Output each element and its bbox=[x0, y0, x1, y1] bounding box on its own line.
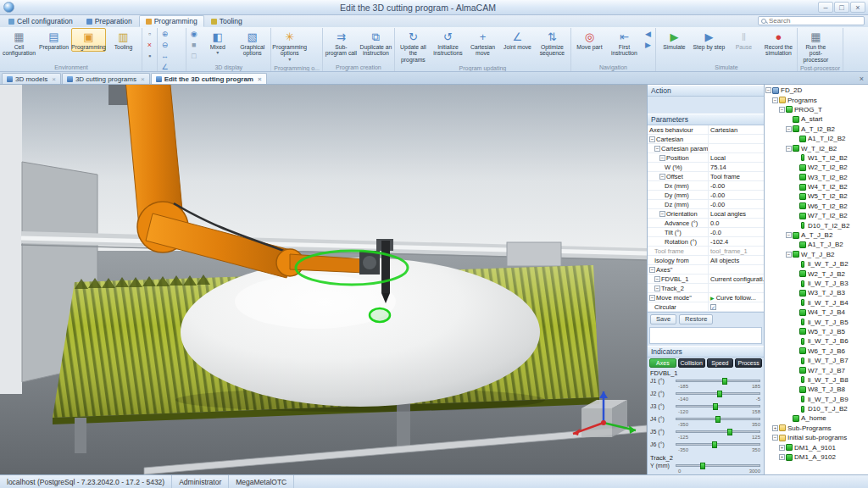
expander-icon[interactable]: − bbox=[786, 126, 792, 132]
indicator-speed-button[interactable]: Speed bbox=[707, 358, 734, 368]
parameter-value-cell[interactable]: -102.4 bbox=[709, 238, 764, 246]
slider-handle[interactable] bbox=[717, 391, 722, 397]
tree-item-w2-t-i2-b2[interactable]: W2_T_I2_B2 bbox=[765, 163, 868, 172]
joint-move-button[interactable]: ∠Joint move bbox=[500, 28, 535, 52]
tree-item-li-w-t-j-b7[interactable]: li_W_T_J_B7 bbox=[765, 356, 868, 365]
tree-item-w3-t-j-b3[interactable]: W3_T_J_B3 bbox=[765, 288, 868, 297]
indicator-process-button[interactable]: Process bbox=[735, 358, 762, 368]
delete-button[interactable]: × bbox=[144, 40, 155, 50]
zoom-in-button[interactable]: ⊕ bbox=[159, 29, 170, 39]
expander-icon[interactable]: − bbox=[786, 146, 792, 152]
expander-icon[interactable]: − bbox=[779, 107, 785, 113]
expander-icon[interactable]: − bbox=[786, 252, 792, 258]
eye-button[interactable]: ◉ bbox=[188, 29, 199, 39]
axis-slider[interactable] bbox=[676, 464, 760, 467]
collapse-icon[interactable]: − bbox=[649, 295, 655, 301]
parameter-value-cell[interactable]: Tool frame bbox=[709, 173, 764, 180]
slider-handle[interactable] bbox=[722, 378, 727, 385]
ribbon-tab-programming[interactable]: Programming bbox=[139, 15, 204, 27]
slider-handle[interactable] bbox=[727, 429, 732, 435]
step-by-step-button[interactable]: ▶Step by step bbox=[692, 28, 726, 52]
parameter-value-cell[interactable]: All objects bbox=[709, 257, 764, 264]
axis-slider[interactable] bbox=[676, 392, 760, 395]
programming-button[interactable]: ▣Programming bbox=[71, 28, 106, 52]
axis-slider[interactable] bbox=[676, 380, 760, 382]
tree-item-fd-2d[interactable]: −FD_2D bbox=[765, 86, 868, 95]
axis-slider[interactable] bbox=[676, 405, 760, 408]
tree-item-w6-t-i2-b2[interactable]: W6_T_I2_B2 bbox=[765, 202, 868, 211]
indicator-collision-button[interactable]: Collision bbox=[678, 358, 705, 368]
measure-distance-button[interactable]: ↔ bbox=[159, 51, 170, 61]
wireframe-view-button[interactable]: □ bbox=[188, 51, 199, 61]
collapse-icon[interactable]: − bbox=[659, 174, 665, 180]
move-part-button[interactable]: ◎Move part bbox=[572, 28, 607, 52]
tree-item-li-w-t-j-b2[interactable]: li_W_T_J_B2 bbox=[765, 259, 868, 269]
tree-item-li-w-t-j-b5[interactable]: li_W_T_J_B5 bbox=[765, 317, 868, 326]
expander-icon[interactable]: + bbox=[779, 445, 785, 451]
tree-item-a1-t-j-b2[interactable]: A1_T_J_B2 bbox=[765, 240, 868, 249]
parameter-value-cell[interactable]: 75.14 bbox=[709, 164, 764, 171]
tree-item-d10-t-i2-b2[interactable]: D10_T_I2_B2 bbox=[765, 220, 868, 230]
parameter-value-cell[interactable]: Cartesian bbox=[709, 126, 764, 134]
expander-icon[interactable]: + bbox=[772, 425, 778, 431]
slider-handle[interactable] bbox=[713, 403, 718, 410]
restore-button[interactable]: Restore bbox=[679, 314, 713, 324]
tree-item-dm1-a-9101[interactable]: +DM1_A_9101 bbox=[765, 442, 868, 452]
collapse-icon[interactable]: − bbox=[659, 211, 665, 217]
tree-item-a-t-j-b2[interactable]: −A_T_J_B2 bbox=[765, 230, 868, 240]
slider-handle[interactable] bbox=[715, 416, 721, 423]
tree-item-prog-t[interactable]: −PROG_T bbox=[765, 105, 868, 114]
tree-item-d10-t-j-b2[interactable]: D10_T_J_B2 bbox=[765, 404, 868, 413]
tree-item-li-w-t-j-b9[interactable]: li_W_T_J_B9 bbox=[765, 395, 868, 404]
document-tab-edit-the-3d-cutting-program[interactable]: Edit the 3D cutting program× bbox=[151, 73, 267, 84]
tree-item-initial-sub-programs[interactable]: −Initial sub-programs bbox=[765, 433, 868, 442]
tree-item-programs[interactable]: −Programs bbox=[765, 95, 868, 104]
paste-button[interactable]: ▪ bbox=[144, 51, 155, 61]
search-input[interactable] bbox=[769, 17, 861, 25]
tree-item-w5-t-j-b5[interactable]: W5_T_J_B5 bbox=[765, 327, 868, 336]
axis-slider[interactable] bbox=[676, 430, 760, 433]
parameter-value-cell[interactable]: ✓ bbox=[709, 304, 764, 310]
tree-item-w3-t-i2-b2[interactable]: W3_T_I2_B2 bbox=[765, 173, 868, 182]
tree-item-li-w-t-j-b4[interactable]: li_W_T_J_B4 bbox=[765, 298, 868, 308]
tree-item-w-t-j-b2[interactable]: −W_T_J_B2 bbox=[765, 250, 868, 259]
solid-view-button[interactable]: ■ bbox=[188, 40, 199, 50]
tree-item-dm1-a-9102[interactable]: +DM1_A_9102 bbox=[765, 452, 868, 462]
search-box[interactable] bbox=[758, 16, 865, 25]
tree-item-a-home[interactable]: A_home bbox=[765, 413, 868, 423]
maximize-button[interactable]: □ bbox=[834, 2, 849, 13]
expander-icon[interactable]: − bbox=[772, 97, 778, 103]
copy-button[interactable]: ▫ bbox=[144, 29, 155, 39]
preparation-button[interactable]: ▤Preparation bbox=[36, 28, 71, 52]
ribbon-tab-cell-configuration[interactable]: Cell configuration bbox=[2, 15, 80, 27]
parameter-value-cell[interactable]: Local angles bbox=[709, 210, 764, 218]
document-tab-3d-cutting-programs[interactable]: 3D cutting programs× bbox=[62, 73, 150, 84]
cartesian-move-button[interactable]: +Cartesian move bbox=[465, 28, 500, 58]
tree-item-sub-programs[interactable]: +Sub-Programs bbox=[765, 424, 868, 433]
parameter-value-cell[interactable]: -0.00 bbox=[709, 201, 764, 208]
tree-item-a1-t-i2-b2[interactable]: A1_T_I2_B2 bbox=[765, 134, 868, 143]
tree-item-w8-t-j-b8[interactable]: W8_T_J_B8 bbox=[765, 385, 868, 394]
parameter-value-cell[interactable]: -0.00 bbox=[709, 191, 764, 199]
almacam-logo-icon[interactable] bbox=[3, 2, 14, 13]
duplicate-an-instruction-button[interactable]: ⧉Duplicate an instruction bbox=[359, 28, 393, 58]
prev-instruction-button[interactable]: ◀ bbox=[643, 29, 654, 39]
expander-icon[interactable]: − bbox=[772, 435, 778, 441]
collapse-icon[interactable]: − bbox=[654, 146, 660, 152]
pause-button[interactable]: ‖Pause bbox=[726, 28, 761, 52]
tree-item-a-t-i2-b2[interactable]: −A_T_I2_B2 bbox=[765, 125, 868, 134]
initialize-instructions-button[interactable]: ↺Initialize instructions bbox=[431, 28, 465, 58]
mixed-button[interactable]: ◧Mixed▾ bbox=[200, 28, 235, 58]
parameter-value-cell[interactable]: Local bbox=[709, 154, 764, 162]
collapse-icon[interactable]: − bbox=[649, 267, 655, 273]
run-the-post-processor-button[interactable]: ▦Run the post-processor bbox=[798, 28, 833, 64]
sub-program-call-button[interactable]: ⇉Sub-program call bbox=[324, 28, 359, 58]
expander-icon[interactable]: − bbox=[786, 232, 792, 238]
tree-item-w1-t-i2-b2[interactable]: W1_T_I2_B2 bbox=[765, 153, 868, 163]
tree-item-w4-t-i2-b2[interactable]: W4_T_I2_B2 bbox=[765, 182, 868, 191]
programming-options-button[interactable]: ✳Programming options▾ bbox=[272, 28, 307, 64]
tree-item-w7-t-i2-b2[interactable]: W7_T_I2_B2 bbox=[765, 211, 868, 220]
tooling-button[interactable]: ▥Tooling bbox=[106, 28, 141, 52]
expander-icon[interactable]: + bbox=[779, 454, 785, 460]
zoom-out-button[interactable]: ⊖ bbox=[159, 40, 170, 50]
